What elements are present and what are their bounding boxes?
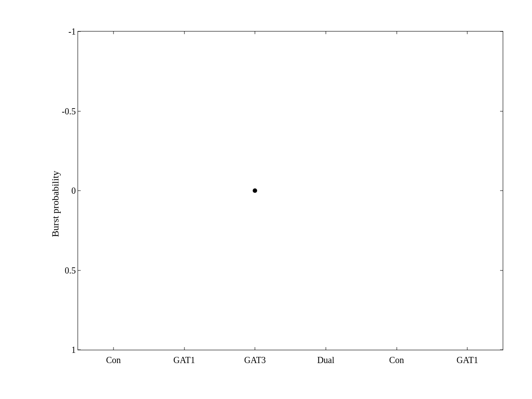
- y-tick-label: -0.5: [58, 106, 76, 116]
- y-tick-label: -1: [58, 27, 76, 37]
- y-axis-label: Burst probability: [50, 171, 61, 237]
- x-tick-label: GAT1: [457, 355, 478, 365]
- y-tick-label: 1: [58, 345, 76, 355]
- y-tick-label: 0: [58, 186, 76, 196]
- plot-area: 10.50-0.5-1ConGAT1GAT3DualConGAT1: [78, 31, 503, 350]
- data-point: [253, 188, 257, 193]
- x-tick-label: Con: [389, 355, 404, 365]
- x-tick-label: Dual: [317, 355, 334, 365]
- x-tick-label: Con: [106, 355, 121, 365]
- x-tick-label: GAT1: [173, 355, 195, 365]
- x-tick-label: GAT3: [244, 355, 266, 365]
- chart-container: Burst probability 10.50-0.5-1ConGAT1GAT3…: [0, 0, 532, 399]
- chart-wrapper: Burst probability 10.50-0.5-1ConGAT1GAT3…: [47, 22, 512, 386]
- y-tick-label: 0.5: [58, 265, 76, 275]
